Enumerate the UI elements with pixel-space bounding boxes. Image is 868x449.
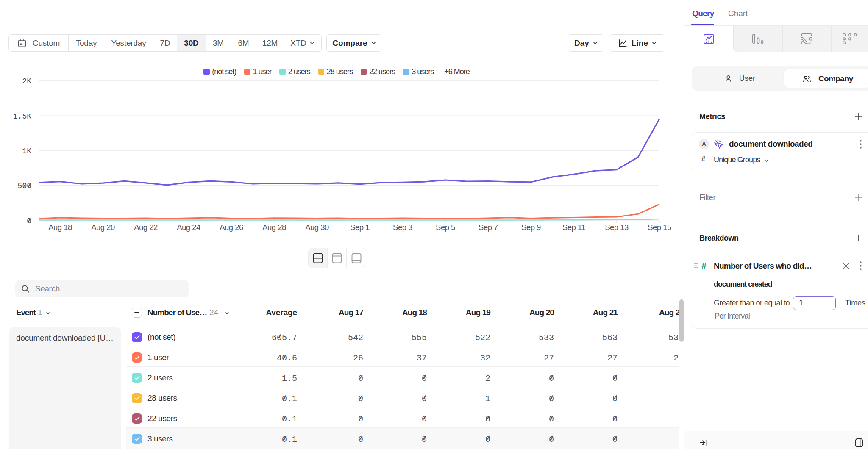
svg-text:Aug 28: Aug 28: [262, 223, 286, 232]
svg-text:Sep 1: Sep 1: [350, 223, 370, 232]
svg-text:Sep 7: Sep 7: [479, 223, 498, 232]
svg-text:Sep 13: Sep 13: [605, 223, 629, 232]
svg-text:1.5K: 1.5K: [13, 112, 31, 121]
svg-text:1K: 1K: [22, 147, 31, 155]
svg-text:2K: 2K: [22, 77, 31, 86]
svg-text:Sep 15: Sep 15: [648, 223, 671, 232]
svg-text:Aug 18: Aug 18: [48, 223, 72, 232]
svg-text:Sep 9: Sep 9: [521, 223, 541, 232]
svg-text:Aug 30: Aug 30: [305, 223, 329, 232]
svg-text:Aug 24: Aug 24: [177, 223, 200, 232]
svg-text:Aug 26: Aug 26: [220, 223, 243, 232]
svg-text:Sep 5: Sep 5: [436, 223, 455, 232]
svg-text:Sep 11: Sep 11: [562, 223, 585, 232]
svg-text:Aug 20: Aug 20: [91, 223, 115, 232]
svg-text:Sep 3: Sep 3: [393, 223, 412, 232]
svg-text:Aug 22: Aug 22: [134, 223, 158, 232]
